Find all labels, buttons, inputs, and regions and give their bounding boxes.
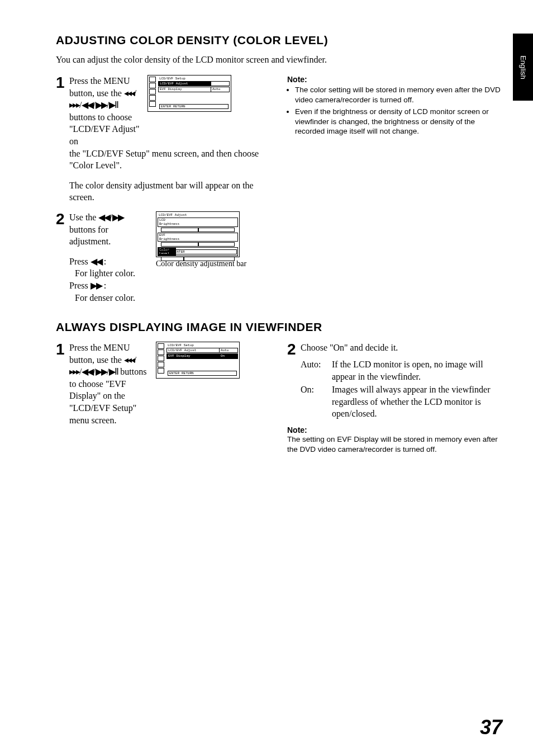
page-number: 37 (480, 716, 502, 739)
s1-step1: 1 Press the MENU button, use the ◂◂◂/ ▸▸… (56, 75, 274, 204)
prev-icon: ◂◂◂ (124, 355, 134, 365)
menu3-footA: ENTER (169, 371, 179, 375)
s1-step2-text-b: buttons for adjustment. (69, 225, 111, 247)
step-number: 2 (56, 211, 66, 227)
rew-icon: ◀◀ (82, 367, 93, 376)
note-item: Even if the brightness or density of LCD… (295, 107, 502, 136)
menu1-r2a: EVF Display (159, 87, 211, 91)
note-header: Note: (287, 75, 502, 84)
next-icon: ▸▸▸ (69, 367, 79, 376)
prev-icon: ◂◂◂ (124, 88, 134, 98)
language-label: English (519, 55, 527, 79)
menu1-title: LCD/EVF Setup (158, 77, 230, 81)
on-text: Images will always appear in the viewfin… (332, 384, 502, 420)
auto-label: Auto: (301, 358, 327, 382)
s2-step1-text-b: buttons to choose "EVF Display" on the "… (69, 367, 146, 424)
fwd-icon: ▶▶ (96, 100, 107, 110)
step-number: 1 (56, 342, 66, 357)
menu2-title: LCD/EVF Adjust (158, 213, 238, 217)
next-icon: ▸▸▸ (69, 100, 79, 110)
menu-screenshot-1: LCD/EVF Setup LCD/EVF Adjust EVF Display… (147, 75, 231, 112)
menu2-footA: ADJUST (160, 250, 173, 254)
s2-step1-text-a: Press the MENU button, use the (69, 343, 130, 365)
press-label: Press (69, 281, 91, 290)
denser-text: For denser color. (75, 292, 150, 304)
rew-icon: ◀◀ (82, 100, 93, 110)
note-item: The color setting will be stored in memo… (295, 85, 502, 105)
menu1-footA: ENTER (161, 105, 171, 108)
menu-screenshot-3: LCD/EVF Setup LCD/EVF AdjustAuto EVF Dis… (156, 342, 240, 379)
section1-heading: ADJUSTING COLOR DENSITY (COLOR LEVEL) (56, 34, 502, 47)
step-number: 1 (56, 75, 66, 91)
playpause-icon: ▶Ⅱ (109, 367, 118, 376)
menu-screenshot-2: LCD/EVF Adjust LCD Brightness EVF Bright… (156, 211, 240, 257)
note-text: The setting on EVF Display will be store… (287, 434, 502, 454)
on-label: On: (301, 384, 327, 420)
menu2-r2: EVF Brightness (158, 233, 180, 241)
language-tab: English (513, 34, 533, 101)
menu3-title: LCD/EVF Setup (166, 343, 238, 347)
s1-step2: 2 Use the ◀◀/▶▶ buttons for adjustment. … (56, 211, 274, 304)
press-label: Press (69, 257, 91, 266)
s2-step1: 1 Press the MENU button, use the ◂◂◂/ ▸▸… (56, 342, 274, 426)
menu2-r1: LCD Brightness (158, 218, 180, 226)
s1-step1-text-c: The color density adjustment bar will ap… (69, 179, 274, 204)
section1-intro: You can adjust the color density of the … (56, 55, 502, 65)
s1-step1-text-a: Press the MENU button, use the (69, 76, 130, 98)
s2-step2-text-a: Choose "On" and decide it. (301, 342, 398, 354)
rew-icon: ◀◀ (98, 212, 110, 222)
s1-step2-text-a: Use the (69, 212, 98, 222)
fwd-icon: ▶▶ (96, 367, 107, 376)
menu1-r1b (211, 82, 229, 86)
menu3-r2a: EVF Display (167, 354, 220, 358)
menu1-footB: RETURN (173, 105, 185, 108)
menu3-r1b: Auto (220, 348, 237, 352)
s2-step2: 2 Choose "On" and decide it. (287, 342, 502, 357)
playpause-icon: ▶Ⅱ (109, 100, 118, 110)
note-header: Note: (287, 426, 502, 434)
section2-heading: ALWAYS DISPLAYING IMAGE IN VIEWFINDER (56, 320, 502, 334)
fwd-icon: ▶▶ (91, 281, 102, 290)
menu1-r1a: LCD/EVF Adjust (159, 82, 211, 86)
fwd-icon: ▶▶ (112, 212, 123, 222)
lighter-text: For lighter color. (75, 267, 150, 280)
menu3-r2b: On (220, 354, 237, 358)
menu3-footB: RETURN (182, 371, 194, 375)
auto-text: If the LCD monitor is open, no image wil… (332, 358, 502, 382)
menu2-footB: ENTER (175, 250, 185, 254)
menu3-r1a: LCD/EVF Adjust (167, 348, 220, 352)
step-number: 2 (287, 342, 297, 357)
rew-icon: ◀◀ (91, 257, 102, 266)
menu1-r2b: Auto (211, 87, 229, 91)
